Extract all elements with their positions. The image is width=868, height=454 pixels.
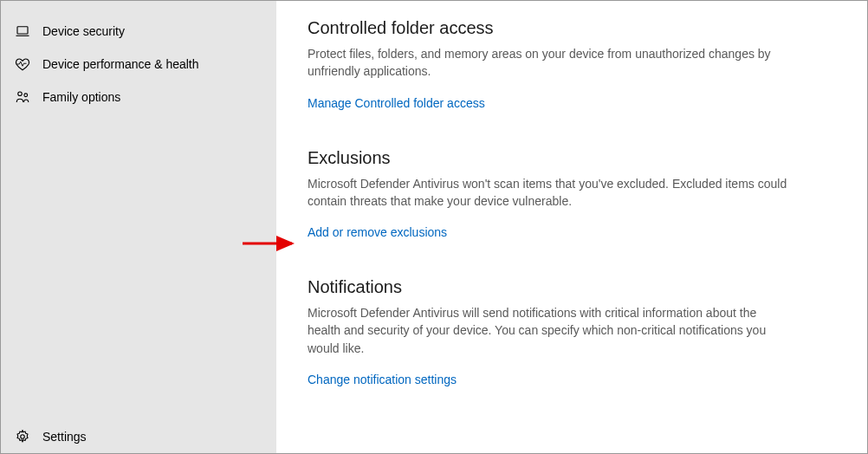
svg-rect-0 [17, 27, 28, 34]
main-content: Controlled folder access Protect files, … [276, 1, 867, 453]
add-remove-exclusions-link[interactable]: Add or remove exclusions [308, 225, 447, 239]
svg-point-3 [24, 94, 28, 97]
heart-pulse-icon [15, 56, 30, 72]
laptop-icon [15, 23, 30, 39]
section-exclusions: Exclusions Microsoft Defender Antivirus … [308, 148, 832, 240]
section-description: Microsoft Defender Antivirus won't scan … [308, 175, 793, 211]
section-description: Microsoft Defender Antivirus will send n… [308, 304, 793, 357]
sidebar-item-family[interactable]: Family options [1, 81, 276, 114]
sidebar-item-label: Device security [42, 24, 125, 38]
sidebar: Device security Device performance & hea… [1, 1, 276, 453]
change-notification-settings-link[interactable]: Change notification settings [308, 373, 457, 386]
section-notifications: Notifications Microsoft Defender Antivir… [308, 277, 832, 386]
section-description: Protect files, folders, and memory areas… [308, 45, 793, 81]
sidebar-item-performance[interactable]: Device performance & health [1, 48, 276, 81]
svg-point-2 [18, 92, 23, 96]
manage-controlled-folder-link[interactable]: Manage Controlled folder access [308, 96, 485, 110]
sidebar-item-label: Family options [42, 90, 120, 104]
svg-point-4 [21, 435, 25, 439]
sidebar-item-label: Settings [42, 430, 87, 444]
sidebar-item-device-security[interactable]: Device security [1, 15, 276, 48]
sidebar-item-settings[interactable]: Settings [1, 420, 276, 453]
section-title: Notifications [308, 277, 832, 297]
section-controlled-folder: Controlled folder access Protect files, … [308, 18, 832, 110]
family-icon [15, 89, 30, 105]
sidebar-item-label: Device performance & health [42, 57, 199, 71]
gear-icon [15, 429, 30, 444]
section-title: Controlled folder access [308, 18, 832, 38]
section-title: Exclusions [308, 148, 832, 168]
